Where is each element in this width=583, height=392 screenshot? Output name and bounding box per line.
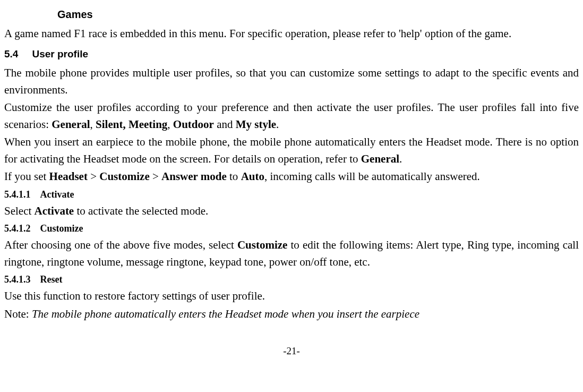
text: > bbox=[88, 170, 99, 183]
text: , bbox=[167, 118, 173, 131]
text: to activate the selected mode. bbox=[74, 204, 208, 217]
subsection-number: 5.4.1.1 bbox=[4, 188, 31, 202]
bold-general: General bbox=[52, 118, 90, 131]
subsection-title: Activate bbox=[40, 189, 74, 200]
text: > bbox=[150, 170, 161, 183]
paragraph-note: Note: The mobile phone automatically ent… bbox=[4, 306, 579, 323]
text: . bbox=[399, 152, 402, 165]
bold-silent-meeting: Silent, Meeting bbox=[96, 118, 167, 131]
heading-section-5-4: 5.4User profile bbox=[4, 47, 579, 62]
text: and bbox=[214, 118, 236, 131]
text: Select bbox=[4, 204, 35, 217]
text: to bbox=[227, 170, 241, 183]
paragraph-user-profile-4: If you set Headset > Customize > Answer … bbox=[4, 168, 579, 185]
note-body: The mobile phone automatically enters th… bbox=[32, 308, 419, 320]
bold-customize: Customize bbox=[237, 238, 287, 251]
heading-5-4-1-3: 5.4.1.3Reset bbox=[4, 272, 579, 287]
subsection-number: 5.4.1.3 bbox=[4, 272, 31, 287]
bold-outdoor: Outdoor bbox=[173, 118, 214, 131]
paragraph-user-profile-2: Customize the user profiles according to… bbox=[4, 99, 579, 133]
bold-general-ref: General bbox=[361, 152, 399, 165]
note-label: Note: bbox=[4, 308, 32, 320]
text: After choosing one of the above five mod… bbox=[4, 238, 237, 251]
text: When you insert an earpiece to the mobil… bbox=[4, 135, 579, 165]
text: , incoming calls will be automatically a… bbox=[264, 170, 480, 183]
text: If you set bbox=[4, 170, 49, 183]
section-title: User profile bbox=[32, 48, 88, 59]
paragraph-user-profile-3: When you insert an earpiece to the mobil… bbox=[4, 134, 579, 167]
paragraph-reset: Use this function to restore factory set… bbox=[4, 288, 579, 305]
text: . bbox=[276, 118, 279, 131]
subsection-title: Reset bbox=[40, 274, 63, 285]
bold-headset: Headset bbox=[49, 170, 88, 183]
page-number: -21- bbox=[4, 344, 579, 359]
paragraph-games: A game named F1 race is embedded in this… bbox=[4, 25, 579, 42]
heading-5-4-1-2: 5.4.1.2Customize bbox=[4, 221, 579, 236]
text: , bbox=[90, 118, 96, 131]
bold-customize-path: Customize bbox=[99, 170, 149, 183]
bold-auto: Auto bbox=[241, 170, 264, 183]
subsection-number: 5.4.1.2 bbox=[4, 221, 31, 236]
paragraph-activate: Select Activate to activate the selected… bbox=[4, 203, 579, 220]
heading-games: Games bbox=[57, 6, 579, 22]
subsection-title: Customize bbox=[40, 223, 83, 234]
heading-5-4-1-1: 5.4.1.1Activate bbox=[4, 188, 579, 202]
paragraph-user-profile-1: The mobile phone provides multiple user … bbox=[4, 65, 579, 98]
bold-activate: Activate bbox=[35, 204, 74, 217]
bold-answer-mode: Answer mode bbox=[161, 170, 227, 183]
section-number: 5.4 bbox=[4, 47, 18, 62]
paragraph-customize: After choosing one of the above five mod… bbox=[4, 237, 579, 270]
bold-my-style: My style bbox=[236, 118, 276, 131]
